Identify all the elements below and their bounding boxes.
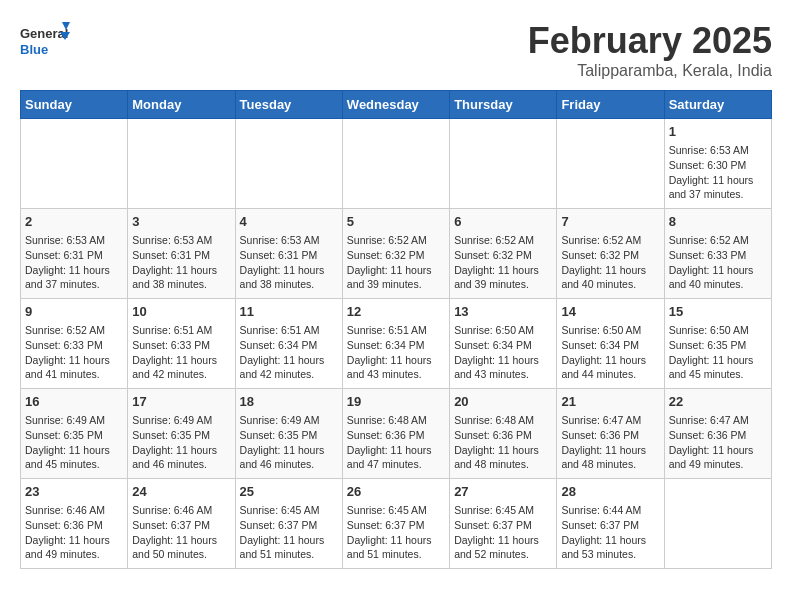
day-number: 14 [561,303,659,321]
day-number: 12 [347,303,445,321]
calendar-cell [664,479,771,569]
day-info: Daylight: 11 hours and 48 minutes. [454,443,552,472]
day-info: Daylight: 11 hours and 45 minutes. [25,443,123,472]
weekday-header-tuesday: Tuesday [235,91,342,119]
day-info: Sunset: 6:31 PM [132,248,230,263]
day-number: 17 [132,393,230,411]
day-info: Sunrise: 6:48 AM [347,413,445,428]
calendar-cell: 12Sunrise: 6:51 AMSunset: 6:34 PMDayligh… [342,299,449,389]
calendar-cell: 26Sunrise: 6:45 AMSunset: 6:37 PMDayligh… [342,479,449,569]
day-info: Sunrise: 6:47 AM [561,413,659,428]
day-info: Daylight: 11 hours and 43 minutes. [454,353,552,382]
day-info: Daylight: 11 hours and 38 minutes. [240,263,338,292]
day-info: Sunrise: 6:45 AM [347,503,445,518]
day-info: Daylight: 11 hours and 42 minutes. [240,353,338,382]
day-number: 19 [347,393,445,411]
day-number: 6 [454,213,552,231]
day-number: 22 [669,393,767,411]
calendar-cell: 2Sunrise: 6:53 AMSunset: 6:31 PMDaylight… [21,209,128,299]
calendar-cell: 25Sunrise: 6:45 AMSunset: 6:37 PMDayligh… [235,479,342,569]
day-info: Sunset: 6:31 PM [25,248,123,263]
day-info: Sunrise: 6:52 AM [347,233,445,248]
calendar-cell: 16Sunrise: 6:49 AMSunset: 6:35 PMDayligh… [21,389,128,479]
day-info: Sunrise: 6:53 AM [669,143,767,158]
day-info: Sunrise: 6:50 AM [669,323,767,338]
day-info: Sunrise: 6:51 AM [240,323,338,338]
day-info: Sunrise: 6:52 AM [25,323,123,338]
calendar-week-row: 16Sunrise: 6:49 AMSunset: 6:35 PMDayligh… [21,389,772,479]
day-info: Daylight: 11 hours and 51 minutes. [240,533,338,562]
day-number: 10 [132,303,230,321]
calendar-cell: 19Sunrise: 6:48 AMSunset: 6:36 PMDayligh… [342,389,449,479]
day-info: Sunset: 6:34 PM [347,338,445,353]
weekday-header-friday: Friday [557,91,664,119]
calendar-cell: 13Sunrise: 6:50 AMSunset: 6:34 PMDayligh… [450,299,557,389]
calendar-cell [21,119,128,209]
calendar-cell: 10Sunrise: 6:51 AMSunset: 6:33 PMDayligh… [128,299,235,389]
day-info: Sunset: 6:37 PM [347,518,445,533]
day-info: Sunset: 6:35 PM [132,428,230,443]
day-info: Sunset: 6:32 PM [561,248,659,263]
calendar-cell [128,119,235,209]
day-info: Daylight: 11 hours and 51 minutes. [347,533,445,562]
day-info: Sunset: 6:35 PM [240,428,338,443]
calendar-cell: 6Sunrise: 6:52 AMSunset: 6:32 PMDaylight… [450,209,557,299]
day-number: 7 [561,213,659,231]
day-number: 9 [25,303,123,321]
day-number: 8 [669,213,767,231]
calendar-cell: 27Sunrise: 6:45 AMSunset: 6:37 PMDayligh… [450,479,557,569]
day-info: Daylight: 11 hours and 40 minutes. [561,263,659,292]
day-info: Sunset: 6:36 PM [669,428,767,443]
day-info: Sunrise: 6:51 AM [132,323,230,338]
calendar-cell [450,119,557,209]
day-info: Sunset: 6:31 PM [240,248,338,263]
day-number: 1 [669,123,767,141]
day-info: Sunrise: 6:51 AM [347,323,445,338]
day-info: Sunrise: 6:49 AM [132,413,230,428]
day-info: Daylight: 11 hours and 49 minutes. [25,533,123,562]
day-info: Sunrise: 6:52 AM [669,233,767,248]
day-info: Sunrise: 6:45 AM [454,503,552,518]
weekday-header-thursday: Thursday [450,91,557,119]
calendar-cell: 18Sunrise: 6:49 AMSunset: 6:35 PMDayligh… [235,389,342,479]
month-title: February 2025 [528,20,772,62]
location: Talipparamba, Kerala, India [528,62,772,80]
day-info: Sunrise: 6:52 AM [454,233,552,248]
day-info: Sunset: 6:33 PM [25,338,123,353]
day-info: Sunrise: 6:53 AM [25,233,123,248]
logo: General Blue [20,20,78,66]
day-info: Daylight: 11 hours and 38 minutes. [132,263,230,292]
day-info: Daylight: 11 hours and 52 minutes. [454,533,552,562]
day-info: Sunrise: 6:53 AM [240,233,338,248]
calendar-cell: 28Sunrise: 6:44 AMSunset: 6:37 PMDayligh… [557,479,664,569]
day-info: Sunset: 6:37 PM [561,518,659,533]
day-info: Sunset: 6:34 PM [240,338,338,353]
day-info: Sunrise: 6:44 AM [561,503,659,518]
day-info: Sunset: 6:35 PM [669,338,767,353]
day-info: Sunset: 6:30 PM [669,158,767,173]
day-info: Daylight: 11 hours and 39 minutes. [347,263,445,292]
day-info: Daylight: 11 hours and 41 minutes. [25,353,123,382]
day-info: Daylight: 11 hours and 45 minutes. [669,353,767,382]
day-info: Sunrise: 6:52 AM [561,233,659,248]
day-info: Sunset: 6:36 PM [25,518,123,533]
day-info: Sunrise: 6:49 AM [25,413,123,428]
calendar-cell: 14Sunrise: 6:50 AMSunset: 6:34 PMDayligh… [557,299,664,389]
day-info: Sunset: 6:37 PM [132,518,230,533]
calendar-cell: 24Sunrise: 6:46 AMSunset: 6:37 PMDayligh… [128,479,235,569]
day-info: Daylight: 11 hours and 46 minutes. [132,443,230,472]
day-info: Daylight: 11 hours and 46 minutes. [240,443,338,472]
day-info: Daylight: 11 hours and 44 minutes. [561,353,659,382]
day-info: Sunrise: 6:46 AM [25,503,123,518]
day-info: Sunset: 6:37 PM [240,518,338,533]
calendar-cell: 1Sunrise: 6:53 AMSunset: 6:30 PMDaylight… [664,119,771,209]
day-number: 3 [132,213,230,231]
day-info: Daylight: 11 hours and 50 minutes. [132,533,230,562]
day-info: Sunset: 6:34 PM [454,338,552,353]
day-info: Sunrise: 6:53 AM [132,233,230,248]
logo-graphic: General Blue [20,20,70,66]
calendar-week-row: 1Sunrise: 6:53 AMSunset: 6:30 PMDaylight… [21,119,772,209]
calendar-cell: 8Sunrise: 6:52 AMSunset: 6:33 PMDaylight… [664,209,771,299]
day-number: 24 [132,483,230,501]
day-info: Sunrise: 6:46 AM [132,503,230,518]
